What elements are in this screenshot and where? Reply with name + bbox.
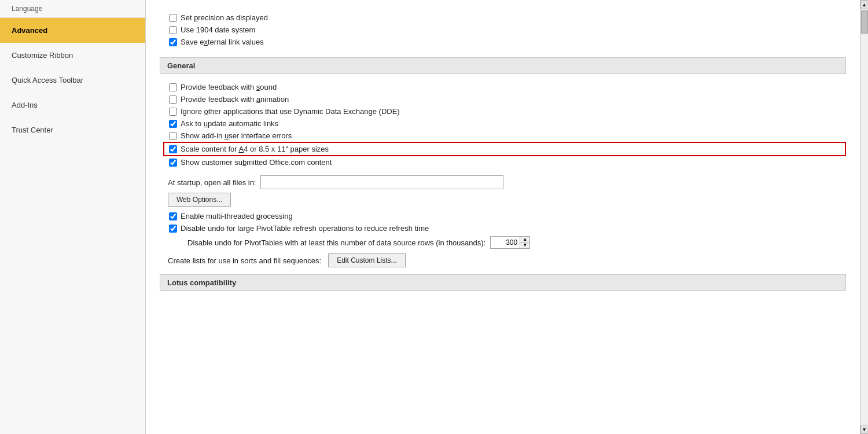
disable-undo-label[interactable]: Disable undo for large PivotTable refres… [181,224,429,233]
scale-content-checkbox[interactable] [169,145,177,153]
ask-update-links-checkbox[interactable] [169,120,177,128]
general-section-header: General [160,57,846,74]
enable-mt-checkbox[interactable] [169,212,177,220]
top-options-group: Set precision as displayed Use 1904 date… [160,9,846,53]
scroll-thumb[interactable] [861,10,868,34]
option-use-1904: Use 1904 date system [164,24,846,36]
startup-row: At startup, open all files in: [168,175,846,189]
option-show-addin-errors: Show add-in user interface errors [164,130,846,142]
feedback-sound-checkbox[interactable] [169,83,177,91]
save-external-label[interactable]: Save external link values [181,38,264,46]
undo-spinbox-buttons: ▲ ▼ [520,237,529,248]
option-scale-content: Scale content for A4 or 8.5 x 11" paper … [163,142,846,156]
undo-spin-up-button[interactable]: ▲ [520,237,529,242]
feedback-animation-label[interactable]: Provide feedback with animation [181,95,289,104]
disable-undo-spinbox-row: Disable undo for PivotTables with at lea… [187,236,846,249]
undo-spinbox: ▲ ▼ [490,236,530,249]
show-customer-checkbox[interactable] [169,159,177,167]
create-lists-row: Create lists for use in sorts and fill s… [168,253,846,267]
option-set-precision: Set precision as displayed [164,12,846,24]
option-ignore-dde: Ignore other applications that use Dynam… [164,105,846,117]
feedback-sound-label[interactable]: Provide feedback with sound [181,83,277,91]
ignore-dde-checkbox[interactable] [169,108,177,116]
scroll-down-button[interactable]: ▼ [860,425,869,434]
edit-custom-lists-button[interactable]: Edit Custom Lists... [328,253,405,267]
sidebar-item-add-ins[interactable]: Add-Ins [0,93,145,117]
web-options-button[interactable]: Web Options... [168,193,231,207]
main-content: Set precision as displayed Use 1904 date… [146,0,860,434]
option-disable-undo: Disable undo for large PivotTable refres… [164,222,846,234]
sidebar: Language Advanced Customize Ribbon Quick… [0,0,146,434]
undo-spinbox-input[interactable] [491,237,520,248]
general-options-group: Provide feedback with sound Provide feed… [160,79,846,173]
disable-undo-checkbox[interactable] [169,225,177,233]
sidebar-item-language[interactable]: Language [0,0,145,18]
show-addin-errors-label[interactable]: Show add-in user interface errors [181,131,292,140]
sidebar-item-quick-access-toolbar[interactable]: Quick Access Toolbar [0,68,145,93]
scroll-up-button[interactable]: ▲ [860,0,869,9]
show-addin-errors-checkbox[interactable] [169,132,177,140]
create-lists-label: Create lists for use in sorts and fill s… [168,256,321,265]
use-1904-checkbox[interactable] [169,26,177,34]
scrollbar: ▲ ▼ [860,0,868,434]
ignore-dde-label[interactable]: Ignore other applications that use Dynam… [181,107,400,116]
web-options-row: Web Options... [168,193,846,207]
option-ask-update-links: Ask to update automatic links [164,117,846,130]
option-feedback-sound: Provide feedback with sound [164,81,846,93]
option-feedback-animation: Provide feedback with animation [164,93,846,105]
sidebar-item-customize-ribbon[interactable]: Customize Ribbon [0,43,145,68]
show-customer-label[interactable]: Show customer submitted Office.com conte… [181,158,332,167]
disable-undo-spinbox-label: Disable undo for PivotTables with at lea… [187,238,486,247]
feedback-animation-checkbox[interactable] [169,95,177,104]
save-external-checkbox[interactable] [169,38,177,46]
scale-content-label[interactable]: Scale content for A4 or 8.5 x 11" paper … [181,145,329,153]
startup-label: At startup, open all files in: [168,178,256,187]
sidebar-item-advanced[interactable]: Advanced [0,18,145,43]
set-precision-label[interactable]: Set precision as displayed [181,13,268,22]
use-1904-label[interactable]: Use 1904 date system [181,25,255,34]
lotus-section-header: Lotus compatibility [160,274,846,291]
enable-mt-label[interactable]: Enable multi-threaded processing [181,212,293,220]
option-save-external: Save external link values [164,36,846,48]
undo-spin-down-button[interactable]: ▼ [520,242,529,248]
option-show-customer: Show customer submitted Office.com conte… [164,156,846,168]
startup-input[interactable] [260,175,503,189]
set-precision-checkbox[interactable] [169,14,177,22]
ask-update-links-label[interactable]: Ask to update automatic links [181,119,278,128]
sidebar-item-trust-center[interactable]: Trust Center [0,117,145,142]
option-enable-mt: Enable multi-threaded processing [164,210,846,222]
